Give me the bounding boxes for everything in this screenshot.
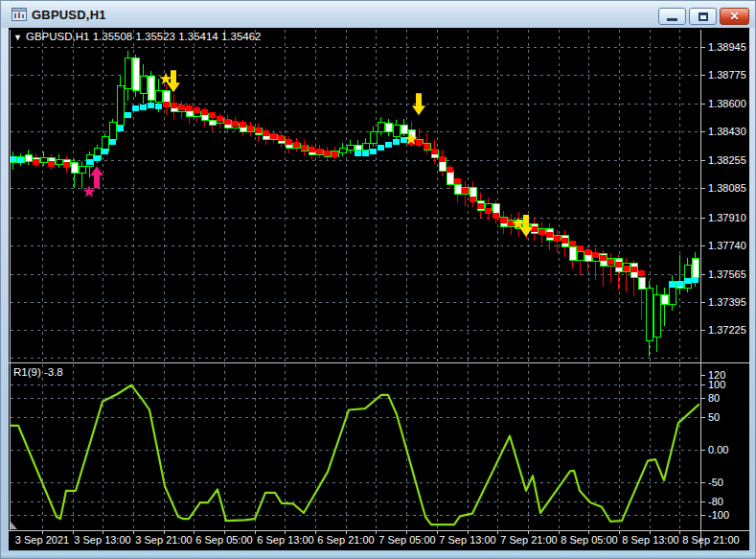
title-bar[interactable]: GBPUSD,H1 ✕ — [1, 1, 755, 28]
price-axis-label: 1.38085 — [708, 182, 746, 194]
indicator-axis-label: -80 — [708, 496, 723, 507]
time-axis-label: 3 Sep 13:00 — [74, 534, 130, 546]
window-controls: ✕ — [658, 8, 749, 25]
price-chart-canvas[interactable]: 1.389451.387751.386001.384301.382551.380… — [9, 28, 749, 552]
price-axis-label: 1.37395 — [708, 296, 746, 308]
time-axis-label: 6 Sep 05:00 — [195, 534, 252, 546]
chart-client-area: 1.389451.387751.386001.384301.382551.380… — [9, 28, 749, 552]
price-axis-label: 1.37225 — [708, 324, 746, 336]
time-axis-label: 6 Sep 21:00 — [317, 534, 374, 546]
price-axis-label: 1.38600 — [708, 98, 746, 109]
price-axis-label: 1.37565 — [708, 268, 746, 280]
time-axis-label: 3 Sep 21:00 — [135, 534, 192, 546]
time-axis-label: 8 Sep 21:00 — [682, 534, 739, 546]
price-axis-label: 1.38430 — [708, 126, 746, 137]
indicator-axis-label: 50 — [708, 411, 720, 423]
minimize-icon — [667, 18, 677, 21]
time-axis-label: 8 Sep 05:00 — [561, 534, 617, 546]
time-axis-label: 7 Sep 05:00 — [378, 534, 435, 546]
chart-window: GBPUSD,H1 ✕ 1.389451.387751.386001.38430… — [0, 0, 756, 559]
restore-button[interactable] — [689, 8, 717, 25]
close-button[interactable]: ✕ — [720, 8, 749, 25]
indicator-axis-label: 0.00 — [708, 444, 728, 455]
chart-window-icon — [11, 7, 27, 22]
minimize-button[interactable] — [658, 8, 686, 25]
price-axis-label: 1.38775 — [708, 69, 746, 81]
symbol-dropdown-icon[interactable]: ▼ — [13, 33, 22, 42]
price-axis-label: 1.38255 — [708, 154, 746, 166]
indicator-axis-label: 80 — [708, 392, 720, 404]
time-axis-label: 8 Sep 13:00 — [622, 534, 678, 546]
time-axis-label: 3 Sep 2021 — [15, 534, 69, 546]
indicator-label: R1(9) -3.8 — [13, 366, 63, 378]
price-axis-label: 1.37910 — [708, 212, 746, 223]
indicator-axis-label: -100 — [708, 509, 729, 521]
indicator-axis-label: 100 — [708, 379, 725, 390]
price-axis-label: 1.37740 — [708, 240, 746, 251]
ohlc-header: GBPUSD,H1 1.35508 1.35523 1.35414 1.3546… — [26, 31, 262, 42]
indicator-axis-label: -50 — [708, 477, 723, 488]
window-title: GBPUSD,H1 — [32, 8, 106, 22]
window-bottom-border — [1, 550, 755, 558]
time-axis-label: 7 Sep 21:00 — [500, 534, 557, 546]
restore-icon — [699, 12, 708, 21]
close-icon: ✕ — [729, 11, 739, 22]
price-axis-label: 1.38945 — [708, 41, 746, 53]
time-axis-label: 6 Sep 13:00 — [257, 534, 313, 546]
time-axis-label: 7 Sep 13:00 — [439, 534, 495, 546]
